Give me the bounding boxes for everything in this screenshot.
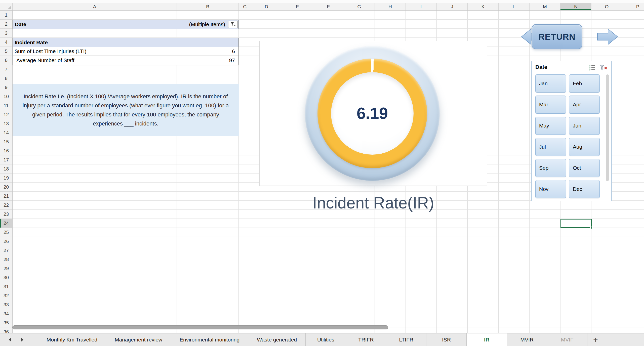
row-header-11[interactable]: 11 [0, 101, 12, 110]
multi-select-icon[interactable] [588, 64, 596, 71]
row-header-6[interactable]: 6 [0, 56, 12, 65]
row-header-18[interactable]: 18 [0, 164, 12, 174]
slicer-item-aug[interactable]: Aug [569, 138, 600, 156]
fill-handle[interactable] [590, 227, 593, 229]
column-header-e[interactable]: E [282, 3, 313, 10]
row-header-15[interactable]: 15 [0, 137, 12, 146]
slicer-item-may[interactable]: May [535, 117, 566, 135]
row-header-31[interactable]: 31 [0, 282, 12, 291]
sheet-tab-environmental-monitoring[interactable]: Environmental monitoring [171, 333, 248, 346]
row-header-24[interactable]: 24 [0, 219, 12, 228]
row-header-30[interactable]: 30 [0, 273, 12, 282]
column-header-f[interactable]: F [313, 3, 344, 10]
sheet-tab-monthly-km-travelled[interactable]: Monthly Km Travelled [38, 333, 106, 346]
row-header-17[interactable]: 17 [0, 155, 12, 164]
row-header-19[interactable]: 19 [0, 174, 12, 183]
row-header-2[interactable]: 2 [0, 20, 12, 29]
column-header-l[interactable]: L [499, 3, 530, 10]
row-header-36[interactable]: 36 [0, 327, 12, 333]
row-header-1[interactable]: 1 [0, 11, 12, 20]
column-header-o[interactable]: O [591, 3, 622, 10]
pivot-row-staff[interactable]: Average Number of Staff 97 [13, 56, 238, 65]
row-header-13[interactable]: 13 [0, 119, 12, 128]
slicer-item-feb[interactable]: Feb [569, 74, 600, 93]
column-header-i[interactable]: I [406, 3, 437, 10]
nav-right-arrow[interactable] [597, 28, 618, 45]
pivot-row-lti[interactable]: Sum of Lost Time Injuries (LTI) 6 [13, 47, 238, 56]
pivot-row-label: Average Number of Staff [13, 57, 229, 63]
row-header-28[interactable]: 28 [0, 255, 12, 264]
row-header-21[interactable]: 21 [0, 192, 12, 201]
column-header-n[interactable]: N [560, 3, 591, 10]
tab-nav-left-icon[interactable] [8, 337, 13, 342]
pivot-header-cell[interactable]: Incident Rate [13, 38, 239, 47]
row-header-10[interactable]: 10 [0, 92, 12, 101]
sheet-tab-management-review[interactable]: Management review [106, 333, 171, 346]
row-header-12[interactable]: 12 [0, 110, 12, 119]
row-header-4[interactable]: 4 [0, 38, 12, 47]
slicer-item-mar[interactable]: Mar [535, 96, 566, 114]
column-header-j[interactable]: J [437, 3, 468, 10]
row-header-23[interactable]: 23 [0, 210, 12, 219]
sheet-tab-ltifr[interactable]: LTIFR [386, 333, 426, 346]
row-header-26[interactable]: 26 [0, 237, 12, 246]
sheet-tab-trifr[interactable]: TRIFR [346, 333, 386, 346]
slicer-item-dec[interactable]: Dec [569, 180, 600, 198]
sheet-grid[interactable]: Date (Multiple Items) Incident Rate Sum … [13, 11, 644, 333]
clear-filter-icon[interactable] [599, 64, 607, 71]
row-header-29[interactable]: 29 [0, 264, 12, 273]
pivot-row-value: 97 [229, 57, 238, 63]
horizontal-scrollbar[interactable] [12, 325, 388, 329]
date-filter-value: (Multiple Items) [189, 21, 225, 27]
row-header-22[interactable]: 22 [0, 201, 12, 210]
column-header-a[interactable]: A [13, 3, 177, 10]
gauge-center: 6.19 [331, 72, 414, 155]
row-header-3[interactable]: 3 [0, 29, 12, 38]
row-header-27[interactable]: 27 [0, 246, 12, 255]
sheet-tab-waste-generated[interactable]: Waste generated [248, 333, 306, 346]
row-header-32[interactable]: 32 [0, 291, 12, 300]
column-header-k[interactable]: K [468, 3, 499, 10]
row-header-8[interactable]: 8 [0, 74, 12, 83]
row-header-35[interactable]: 35 [0, 318, 12, 327]
slicer-item-sep[interactable]: Sep [535, 159, 566, 177]
selected-cell[interactable] [560, 219, 592, 228]
sheet-tab-isr[interactable]: ISR [426, 333, 467, 346]
row-header-16[interactable]: 16 [0, 146, 12, 155]
row-header-5[interactable]: 5 [0, 47, 12, 56]
row-header-33[interactable]: 33 [0, 300, 12, 309]
column-header-g[interactable]: G [344, 3, 375, 10]
row-header-9[interactable]: 9 [0, 83, 12, 92]
slicer-item-jul[interactable]: Jul [535, 138, 566, 156]
column-header-c[interactable]: C [239, 3, 251, 10]
note-textbox: Incident Rate I.e. (Incident X 100) /Ave… [13, 84, 239, 136]
date-slicer: Date JanFebMarAprMayJunJulAugSepOctNovDe… [531, 61, 612, 201]
sheet-tab-ir[interactable]: IR [467, 333, 507, 346]
sheet-tab-mvir[interactable]: MVIR [507, 333, 547, 346]
column-header-m[interactable]: M [530, 3, 560, 10]
row-header-14[interactable]: 14 [0, 128, 12, 137]
sheet-tab-utilities[interactable]: Utilities [306, 333, 346, 346]
column-header-h[interactable]: H [375, 3, 406, 10]
slicer-scrollbar[interactable] [606, 74, 609, 181]
slicer-item-jan[interactable]: Jan [535, 74, 566, 93]
filter-dropdown-button[interactable] [228, 21, 238, 28]
column-header-p[interactable]: P [622, 3, 644, 10]
date-filter-cell[interactable]: Date (Multiple Items) [13, 20, 239, 29]
row-header-25[interactable]: 25 [0, 228, 12, 237]
column-header-d[interactable]: D [251, 3, 282, 10]
slicer-item-jun[interactable]: Jun [569, 117, 600, 135]
row-header-7[interactable]: 7 [0, 65, 12, 74]
tab-navigation [0, 333, 38, 346]
row-header-34[interactable]: 34 [0, 309, 12, 318]
row-header-20[interactable]: 20 [0, 183, 12, 192]
tab-nav-right-icon[interactable] [20, 337, 25, 342]
slicer-item-oct[interactable]: Oct [569, 159, 600, 177]
slicer-item-apr[interactable]: Apr [569, 96, 600, 114]
add-sheet-button[interactable]: + [587, 333, 603, 346]
slicer-item-nov[interactable]: Nov [535, 180, 566, 198]
select-all-corner[interactable] [0, 3, 13, 10]
column-header-b[interactable]: B [177, 3, 239, 10]
return-button[interactable]: RETURN [532, 24, 582, 49]
sheet-tab-mvif[interactable]: MVIF [547, 333, 587, 346]
